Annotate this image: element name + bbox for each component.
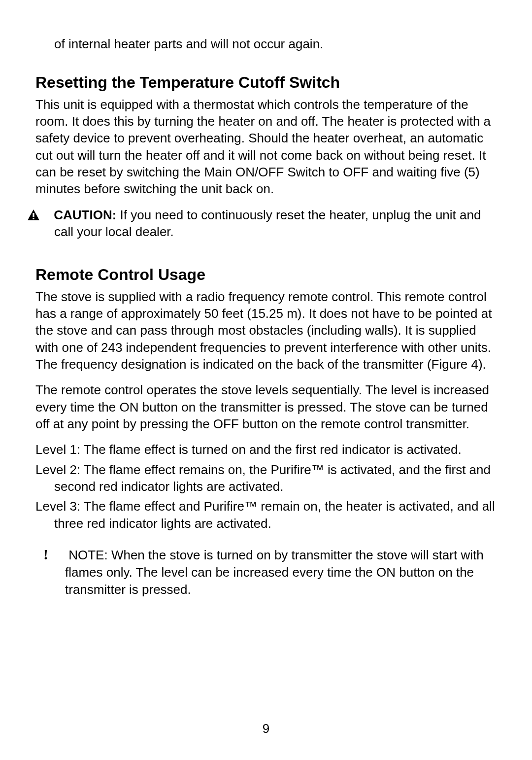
level-2: Level 2: The flame effect remains on, th…	[35, 461, 497, 495]
document-page: of internal heater parts and will not oc…	[0, 0, 532, 760]
para-remote-1: The stove is supplied with a radio frequ…	[35, 288, 497, 373]
note-label: NOTE:	[68, 548, 107, 562]
level-3: Level 3: The flame effect and Purifire™ …	[35, 498, 497, 532]
note-block: ! NOTE: When the stove is turned on by t…	[35, 545, 497, 598]
level-1: Level 1: The flame effect is turned on a…	[35, 441, 497, 458]
page-number: 9	[0, 721, 532, 736]
para-remote-2: The remote control operates the stove le…	[35, 381, 497, 432]
svg-rect-0	[33, 213, 34, 217]
para-resetting: This unit is equipped with a thermostat …	[35, 96, 497, 198]
caution-text: If you need to continuously reset the he…	[54, 207, 481, 239]
caution-block: CAUTION: If you need to continuously res…	[35, 207, 497, 241]
exclamation-icon: !	[54, 545, 65, 564]
svg-rect-1	[33, 218, 34, 219]
caution-label: CAUTION:	[54, 207, 116, 222]
heading-resetting: Resetting the Temperature Cutoff Switch	[35, 72, 497, 93]
note-text: When the stove is turned on by transmitt…	[65, 548, 484, 597]
warning-icon	[35, 207, 50, 223]
heading-remote: Remote Control Usage	[35, 265, 497, 285]
continued-paragraph: of internal heater parts and will not oc…	[54, 35, 497, 53]
